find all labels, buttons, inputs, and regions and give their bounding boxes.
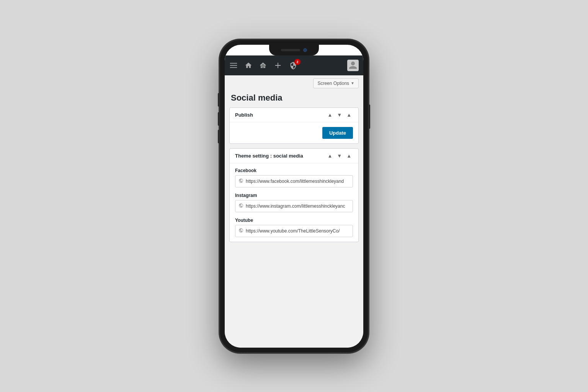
screen-options-button[interactable]: Screen Options ▼ — [313, 78, 359, 88]
menu-icon[interactable] — [229, 61, 238, 70]
social-field-group: Youtube — [235, 218, 353, 237]
theme-settings-metabox: Theme setting : social media ▲ ▼ ▲ Faceb… — [229, 148, 359, 242]
phone-screen: 2 Screen Options ▼ Social media — [225, 45, 363, 348]
notification-badge: 2 — [294, 59, 301, 65]
phone-notch — [269, 45, 319, 55]
screen-options-bar: Screen Options ▼ — [225, 75, 363, 91]
social-field-input-0[interactable] — [246, 176, 350, 187]
svg-rect-1 — [230, 65, 237, 66]
social-field-wrap-0 — [235, 175, 353, 187]
social-field-wrap-2 — [235, 225, 353, 237]
theme-settings-collapse-up-btn[interactable]: ▲ — [326, 153, 334, 159]
social-field-input-2[interactable] — [246, 225, 350, 237]
publish-metabox: Publish ▲ ▼ ▲ Update — [229, 107, 359, 144]
page-content: Screen Options ▼ Social media Publish ▲ … — [225, 75, 363, 348]
social-field-label-0: Facebook — [235, 168, 353, 173]
page-title-area: Social media — [225, 91, 363, 107]
screen-options-arrow: ▼ — [351, 81, 354, 85]
social-field-label-2: Youtube — [235, 218, 353, 223]
social-field-group: Facebook — [235, 168, 353, 187]
link-icon-2 — [238, 228, 243, 234]
wordpress-home-icon[interactable] — [245, 62, 252, 69]
visit-site-icon[interactable] — [259, 62, 267, 69]
theme-settings-metabox-header: Theme setting : social media ▲ ▼ ▲ — [230, 149, 358, 163]
theme-settings-metabox-body: FacebookInstagramYoutube — [230, 163, 358, 242]
social-field-wrap-1 — [235, 200, 353, 212]
user-avatar[interactable] — [347, 60, 359, 71]
theme-settings-collapse-down-btn[interactable]: ▼ — [335, 153, 343, 159]
metabox-wrap: Publish ▲ ▼ ▲ Update Theme setting : — [225, 107, 363, 248]
update-button[interactable]: Update — [322, 127, 353, 139]
link-icon-1 — [238, 203, 243, 209]
theme-settings-metabox-title: Theme setting : social media — [235, 153, 326, 159]
svg-rect-0 — [230, 63, 237, 63]
link-icon-0 — [238, 178, 243, 184]
page-title: Social media — [231, 93, 357, 103]
publish-metabox-body: Update — [230, 122, 358, 143]
social-field-label-1: Instagram — [235, 193, 353, 198]
theme-settings-toggle-btn[interactable]: ▲ — [345, 153, 353, 159]
social-field-group: Instagram — [235, 193, 353, 212]
svg-rect-2 — [230, 67, 237, 68]
phone-device: 2 Screen Options ▼ Social media — [219, 39, 369, 353]
theme-settings-metabox-controls: ▲ ▼ ▲ — [326, 153, 353, 159]
publish-collapse-down-btn[interactable]: ▼ — [335, 112, 343, 118]
social-field-input-1[interactable] — [246, 200, 350, 212]
plugin-badge-wrap[interactable]: 2 — [289, 61, 297, 70]
publish-metabox-controls: ▲ ▼ ▲ — [326, 112, 353, 118]
notch-camera — [303, 48, 307, 52]
publish-metabox-header: Publish ▲ ▼ ▲ — [230, 108, 358, 122]
notch-speaker — [281, 49, 300, 51]
publish-metabox-title: Publish — [235, 112, 326, 118]
publish-toggle-btn[interactable]: ▲ — [345, 112, 353, 118]
screen-options-label: Screen Options — [317, 81, 349, 86]
add-new-icon[interactable] — [274, 61, 282, 70]
publish-collapse-up-btn[interactable]: ▲ — [326, 112, 334, 118]
wp-admin-bar: 2 — [225, 55, 363, 75]
